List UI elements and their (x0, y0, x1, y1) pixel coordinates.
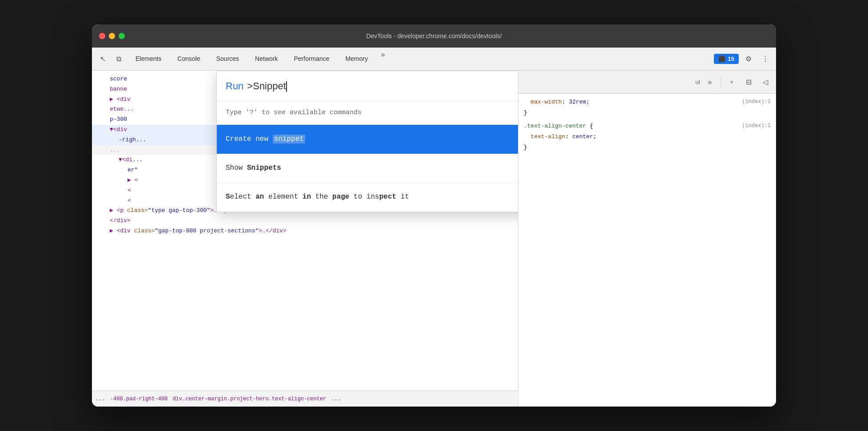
tab-performance[interactable]: Performance (286, 48, 337, 70)
separator (721, 77, 721, 88)
css-line-3: .text-align-center { (index):1 (524, 121, 771, 131)
new-style-rule-button[interactable]: ⊟ (741, 75, 756, 89)
panel-tabs: Elements Console Sources Network Perform… (127, 48, 712, 70)
device-toolbar-button[interactable]: ⧉ (111, 52, 126, 66)
minimize-button[interactable] (109, 33, 115, 39)
breadcrumb-item-3[interactable]: div.center-margin.project-hero.text-alig… (173, 396, 326, 402)
tab-network[interactable]: Network (247, 48, 286, 70)
close-button[interactable] (99, 33, 105, 39)
tab-console[interactable]: Console (169, 48, 208, 70)
css-source-2: (index):1 (742, 121, 771, 131)
toolbar-right-actions: ⬛ 15 ⚙ ⋮ (714, 52, 772, 66)
add-style-button[interactable]: + (725, 75, 739, 89)
titlebar: DevTools - developer.chrome.com/docs/dev… (92, 24, 776, 48)
main-area: Run >Snippet Type '?' to see available c… (92, 71, 776, 407)
breadcrumb-item-4[interactable]: ... (331, 396, 341, 402)
css-line-5: } (524, 143, 771, 152)
html-line-16: ▶ <div class="gap-top-800 project-sectio… (92, 226, 518, 236)
cursor-tool-button[interactable]: ↖ (96, 52, 110, 66)
snippet-highlight: snippet (273, 135, 305, 144)
command-item-show-snippets[interactable]: Show Snippets Sources (217, 154, 518, 183)
command-palette: Run >Snippet Type '?' to see available c… (216, 71, 518, 212)
command-hint: Type '?' to see available commands (217, 101, 518, 125)
command-item-select-element[interactable]: Select an element in the page to inspect… (217, 183, 518, 212)
maximize-button[interactable] (119, 33, 125, 39)
command-item-create-snippet[interactable]: Create new snippet Sources (217, 125, 518, 154)
css-panel: max-width: 32rem; (index):1 } .text-alig… (518, 94, 776, 407)
text-cursor (286, 81, 287, 92)
command-input-row: Run >Snippet (217, 71, 518, 101)
command-items-list: Create new snippet Sources Show Snippets… (217, 125, 518, 212)
css-source-1: (index):1 (742, 97, 771, 107)
command-item-label-select: Select an element in the page to inspect… (226, 192, 518, 203)
styles-panel: ut » + ⊟ ◁ max-width: 32rem; (index):1 } (518, 71, 776, 407)
command-input[interactable]: >Snippet (247, 78, 518, 94)
tab-memory[interactable]: Memory (338, 48, 376, 70)
css-line-4: text-align: center; (524, 132, 771, 142)
breadcrumb-item-2[interactable]: -400.pad-right-400 (110, 396, 168, 402)
elements-panel: Run >Snippet Type '?' to see available c… (92, 71, 518, 407)
breadcrumb-bar: ... -400.pad-right-400 div.center-margin… (92, 391, 518, 407)
breakpoints-button[interactable]: ⬛ 15 (714, 54, 739, 64)
devtools-window: DevTools - developer.chrome.com/docs/dev… (92, 24, 776, 407)
command-item-label-create: Create new snippet (226, 134, 518, 145)
more-tabs-button[interactable]: » (376, 48, 390, 62)
more-options-button[interactable]: ⋮ (758, 52, 772, 66)
elements-tree: Run >Snippet Type '?' to see available c… (92, 71, 518, 391)
breakpoints-icon: ⬛ (718, 56, 725, 62)
tab-sources[interactable]: Sources (208, 48, 247, 70)
devtools-toolbar: ↖ ⧉ Elements Console Sources Network Per… (92, 48, 776, 71)
breakpoints-count: 15 (728, 56, 734, 62)
window-title: DevTools - developer.chrome.com/docs/dev… (366, 32, 502, 40)
command-item-label-show: Show Snippets (226, 163, 518, 174)
css-line-2: } (524, 108, 771, 118)
css-line-1: max-width: 32rem; (index):1 (524, 97, 771, 107)
right-toolbar-text: ut (695, 79, 700, 85)
settings-button[interactable]: ⚙ (741, 52, 756, 66)
traffic-lights (99, 33, 125, 39)
run-label: Run (226, 78, 243, 94)
toggle-sidebar-button[interactable]: ◁ (758, 75, 772, 89)
right-more-button[interactable]: » (703, 75, 717, 89)
breadcrumb-item-1[interactable]: ... (96, 396, 105, 402)
tab-elements[interactable]: Elements (127, 48, 169, 70)
right-toolbar: ut » + ⊟ ◁ (518, 71, 776, 94)
html-line-15: </div> (92, 216, 518, 226)
